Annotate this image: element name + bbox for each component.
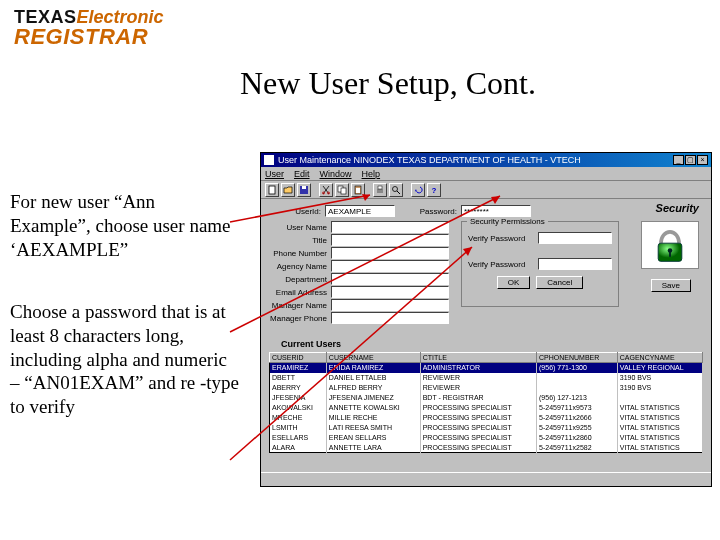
toolbar: ?	[261, 181, 711, 199]
table-cell: ANNETTE KOWALSKI	[326, 403, 420, 413]
table-cell: ALFRED BERRY	[326, 383, 420, 393]
table-row[interactable]: DBETTDANIEL ETTALEBREVIEWER3190 BVS	[270, 373, 703, 383]
mgr-phone-input[interactable]	[331, 312, 449, 324]
table-cell: 5-2459711x2860	[537, 433, 618, 443]
logo-registrar: REGISTRAR	[14, 26, 164, 48]
table-cell: (956) 127-1213	[537, 393, 618, 403]
phone-input[interactable]	[331, 247, 449, 259]
email-input[interactable]	[331, 286, 449, 298]
password-label: Password:	[405, 207, 457, 216]
svg-rect-16	[669, 251, 671, 256]
table-cell: VITAL STATISTICS	[617, 403, 702, 413]
user-name-input[interactable]	[331, 221, 449, 233]
table-cell: LSMITH	[270, 423, 327, 433]
table-row[interactable]: MRECHEMILLIE RECHEPROCESSING SPECIALIST5…	[270, 413, 703, 423]
table-cell: REVIEWER	[420, 373, 536, 383]
table-row[interactable]: LSMITHLATI REESA SMITHPROCESSING SPECIAL…	[270, 423, 703, 433]
ok-button[interactable]: OK	[497, 276, 531, 289]
table-cell: AKOWALSKI	[270, 403, 327, 413]
title-input[interactable]	[331, 234, 449, 246]
table-cell: ANNETTE LARA	[326, 443, 420, 453]
users-table[interactable]: CUSERIDCUSERNAMECTITLECPHONENUMBERCAGENC…	[269, 352, 703, 453]
column-header[interactable]: CPHONENUMBER	[537, 353, 618, 363]
toolbar-paste-icon[interactable]	[351, 183, 365, 197]
verify-password-input-1[interactable]	[538, 232, 612, 244]
svg-rect-8	[356, 188, 360, 193]
phone-label: Phone Number	[269, 249, 331, 258]
permissions-group-title: Security Permissions	[467, 217, 548, 226]
cancel-button[interactable]: Cancel	[536, 276, 583, 289]
toolbar-print-icon[interactable]	[373, 183, 387, 197]
security-heading: Security	[656, 202, 699, 214]
table-cell	[537, 383, 618, 393]
menu-help[interactable]: Help	[362, 169, 381, 179]
table-cell: EREAN SELLARS	[326, 433, 420, 443]
table-cell: REVIEWER	[420, 383, 536, 393]
table-cell: PROCESSING SPECIALIST	[420, 443, 536, 453]
table-cell: 5-2459711x2666	[537, 413, 618, 423]
svg-rect-2	[302, 186, 306, 189]
save-button[interactable]: Save	[651, 279, 691, 292]
lock-icon	[641, 221, 699, 269]
verify-password-label-2: Verify Password	[468, 260, 538, 269]
user-name-label: User Name	[269, 223, 331, 232]
toolbar-cut-icon[interactable]	[319, 183, 333, 197]
column-header[interactable]: CUSERNAME	[326, 353, 420, 363]
table-cell	[617, 393, 702, 403]
table-cell: JFESENIA	[270, 393, 327, 403]
table-cell: 5-2459711x9573	[537, 403, 618, 413]
titlebar[interactable]: User Maintenance NINODEX TEXAS DEPARTMEN…	[261, 153, 711, 167]
table-cell: PROCESSING SPECIALIST	[420, 413, 536, 423]
column-header[interactable]: CAGENCYNAME	[617, 353, 702, 363]
table-cell: PROCESSING SPECIALIST	[420, 433, 536, 443]
dept-input[interactable]	[331, 273, 449, 285]
toolbar-open-icon[interactable]	[281, 183, 295, 197]
table-row[interactable]: JFESENIAJFESENIA JIMENEZBDT - REGISTRAR(…	[270, 393, 703, 403]
table-row[interactable]: AKOWALSKIANNETTE KOWALSKIPROCESSING SPEC…	[270, 403, 703, 413]
mgr-name-input[interactable]	[331, 299, 449, 311]
svg-rect-10	[378, 186, 382, 189]
verify-password-label-1: Verify Password	[468, 234, 538, 243]
table-row[interactable]: ERAMIREZERIDA RAMIREZADMINISTRATOR(956) …	[270, 363, 703, 373]
toolbar-copy-icon[interactable]	[335, 183, 349, 197]
toolbar-undo-icon[interactable]	[411, 183, 425, 197]
table-cell: DBETT	[270, 373, 327, 383]
table-cell: MILLIE RECHE	[326, 413, 420, 423]
app-window: User Maintenance NINODEX TEXAS DEPARTMEN…	[260, 152, 712, 487]
userid-input[interactable]: AEXAMPLE	[325, 205, 395, 217]
column-header[interactable]: CUSERID	[270, 353, 327, 363]
toolbar-help-icon[interactable]: ?	[427, 183, 441, 197]
minimize-button[interactable]: _	[673, 155, 684, 165]
table-cell: VITAL STATISTICS	[617, 433, 702, 443]
table-row[interactable]: ABERRYALFRED BERRYREVIEWER3190 BVS	[270, 383, 703, 393]
svg-text:?: ?	[432, 186, 437, 195]
table-cell: PROCESSING SPECIALIST	[420, 423, 536, 433]
dept-label: Department	[269, 275, 331, 284]
menu-edit[interactable]: Edit	[294, 169, 310, 179]
toolbar-save-icon[interactable]	[297, 183, 311, 197]
table-row[interactable]: ESELLARSEREAN SELLARSPROCESSING SPECIALI…	[270, 433, 703, 443]
menu-window[interactable]: Window	[320, 169, 352, 179]
password-input[interactable]: ********	[461, 205, 531, 217]
client-area: UserId: AEXAMPLE Password: ******** Secu…	[261, 199, 711, 233]
table-cell: ALARA	[270, 443, 327, 453]
column-header[interactable]: CTITLE	[420, 353, 536, 363]
table-cell: MRECHE	[270, 413, 327, 423]
table-cell: 5-2459711x9255	[537, 423, 618, 433]
table-cell: LATI REESA SMITH	[326, 423, 420, 433]
app-icon	[264, 155, 274, 165]
verify-password-input-2[interactable]	[538, 258, 612, 270]
table-row[interactable]: ALARAANNETTE LARAPROCESSING SPECIALIST5-…	[270, 443, 703, 453]
menu-user[interactable]: User	[265, 169, 284, 179]
statusbar	[261, 472, 711, 486]
table-cell: DANIEL ETTALEB	[326, 373, 420, 383]
agency-input[interactable]	[331, 260, 449, 272]
current-users-title: Current Users	[281, 339, 703, 349]
table-cell: VALLEY REGIONAL	[617, 363, 702, 373]
close-button[interactable]: ×	[697, 155, 708, 165]
toolbar-new-icon[interactable]	[265, 183, 279, 197]
table-cell: PROCESSING SPECIALIST	[420, 403, 536, 413]
maximize-button[interactable]: ▢	[685, 155, 696, 165]
logo-block: TEXASElectronic REGISTRAR	[14, 8, 164, 48]
toolbar-find-icon[interactable]	[389, 183, 403, 197]
